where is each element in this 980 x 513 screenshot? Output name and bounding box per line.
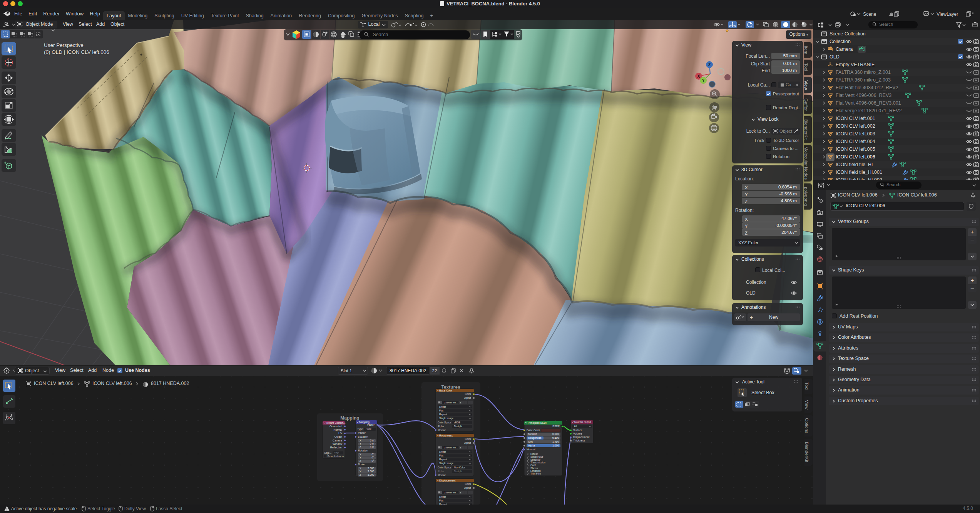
svg-text:Reflection: Reflection (330, 446, 342, 449)
svg-text:Alpha: Alpha (528, 444, 535, 447)
svg-text:Subsurface: Subsurface (530, 455, 544, 458)
svg-text:0.500: 0.500 (552, 436, 559, 439)
svg-text:Alpha: Alpha (464, 441, 471, 445)
svg-text:Linear: Linear (439, 495, 447, 498)
svg-text:Scale: Scale (358, 463, 365, 466)
svg-text:Z: Z (360, 446, 361, 448)
svg-text:Material Output: Material Output (574, 421, 591, 424)
svg-text:Type:: Type: (357, 428, 363, 431)
svg-text:IOR: IOR (528, 440, 533, 443)
svg-text:Transmission: Transmission (530, 461, 545, 464)
svg-text:0 m: 0 m (370, 439, 375, 442)
svg-text:Straight: Straight (454, 425, 462, 428)
svg-text:Normal: Normal (527, 448, 535, 451)
svg-text:Y: Y (360, 456, 361, 459)
svg-text:0°: 0° (372, 460, 375, 462)
svg-text:Metallic: Metallic (528, 433, 537, 435)
svg-text:Displacement: Displacement (439, 479, 455, 482)
svg-text:Point: Point (366, 428, 371, 430)
svg-text:Alpha: Alpha (438, 470, 444, 473)
svg-text:Mapping: Mapping (340, 415, 359, 421)
svg-text:Principled BSDF: Principled BSDF (528, 421, 547, 425)
svg-text:Obje: Obje (334, 451, 339, 454)
svg-text:Texture Coordin...: Texture Coordin... (326, 421, 346, 424)
svg-text:3: 3 (460, 491, 461, 494)
svg-text:Y: Y (702, 78, 705, 83)
svg-text:sRGB: sRGB (454, 421, 460, 424)
svg-text:1.000: 1.000 (552, 444, 559, 447)
svg-text:Flat: Flat (439, 454, 443, 457)
svg-text:Non-Color: Non-Color (454, 466, 465, 469)
svg-text:Generated: Generated (329, 425, 342, 428)
svg-text:Repeat: Repeat (439, 458, 447, 461)
svg-text:3.000: 3.000 (368, 467, 374, 470)
svg-text:3.000: 3.000 (368, 470, 374, 473)
svg-text:Vector: Vector (358, 431, 366, 434)
svg-text:Coat: Coat (530, 464, 536, 466)
svg-text:UV: UV (338, 432, 342, 435)
svg-text:1.450: 1.450 (552, 440, 559, 443)
svg-text:Color: Color (465, 483, 471, 485)
svg-text:0 m: 0 m (370, 442, 375, 445)
svg-text:0.000: 0.000 (552, 433, 559, 435)
svg-text:Alpha: Alpha (464, 486, 471, 490)
svg-text:Vector: Vector (438, 474, 446, 476)
svg-text:From Instancer: From Instancer (328, 455, 345, 458)
svg-text:Thin Film: Thin Film (530, 472, 541, 475)
svg-text:Flat: Flat (439, 499, 443, 502)
svg-text:X: X (697, 74, 700, 78)
svg-text:Color Space: Color Space (438, 421, 452, 424)
svg-text:Cocrete wa...: Cocrete wa... (444, 491, 458, 494)
svg-text:Object: Object (334, 435, 342, 438)
svg-text:3: 3 (460, 401, 461, 404)
svg-text:Base Color: Base Color (527, 429, 540, 431)
svg-text:Alpha: Alpha (438, 425, 444, 428)
svg-text:3: 3 (460, 446, 461, 449)
svg-text:Roughness: Roughness (439, 434, 453, 437)
svg-text:Linear: Linear (439, 450, 447, 453)
svg-text:0 m: 0 m (370, 446, 375, 448)
svg-text:Repeat: Repeat (439, 413, 447, 416)
svg-text:Normal: Normal (333, 428, 342, 431)
svg-text:Vector: Vector (367, 423, 375, 426)
svg-text:Y: Y (360, 470, 361, 473)
svg-text:Z: Z (360, 473, 361, 476)
svg-text:Window: Window (333, 443, 343, 445)
svg-text:Color: Color (465, 438, 471, 440)
svg-text:Single Image: Single Image (439, 462, 454, 465)
svg-text:Straight: Straight (454, 470, 462, 473)
svg-text:Color Space: Color Space (438, 466, 452, 469)
svg-text:Roughness: Roughness (528, 436, 542, 440)
svg-text:0°: 0° (372, 456, 375, 459)
svg-text:Z: Z (360, 460, 361, 462)
svg-text:All: All (574, 425, 577, 428)
svg-text:Surface: Surface (573, 429, 582, 431)
svg-text:BSDF: BSDF (552, 425, 560, 428)
svg-text:Location: Location (358, 435, 368, 438)
svg-text:Displacement: Displacement (573, 436, 589, 439)
svg-text:Cocrete wa...: Cocrete wa... (444, 446, 458, 449)
svg-text:0°: 0° (372, 453, 375, 456)
svg-text:Z: Z (708, 63, 711, 67)
svg-text:Thickness: Thickness (573, 439, 585, 442)
svg-text:Rotation: Rotation (358, 449, 368, 452)
svg-text:Y: Y (360, 442, 361, 445)
svg-text:Diffuse: Diffuse (530, 453, 538, 455)
svg-text:Single Image: Single Image (439, 417, 454, 420)
svg-text:Camera: Camera (333, 439, 342, 442)
svg-text:Volume: Volume (573, 432, 582, 435)
svg-text:X: X (360, 439, 361, 442)
svg-text:Vector: Vector (438, 429, 446, 431)
svg-text:Obje...: Obje... (324, 451, 332, 455)
svg-text:3.000: 3.000 (368, 473, 374, 476)
svg-text:Color: Color (465, 393, 471, 395)
svg-text:Sheen: Sheen (530, 467, 538, 470)
svg-text:X: X (360, 453, 361, 456)
svg-text:Linear: Linear (439, 405, 447, 408)
svg-text:Emission: Emission (530, 470, 541, 472)
svg-text:Alpha: Alpha (464, 396, 471, 400)
svg-text:Flat: Flat (439, 409, 443, 412)
svg-text:Cocrete wa...: Cocrete wa... (444, 401, 458, 404)
svg-text:Base Color: Base Color (439, 389, 453, 392)
svg-text:X: X (360, 467, 361, 470)
